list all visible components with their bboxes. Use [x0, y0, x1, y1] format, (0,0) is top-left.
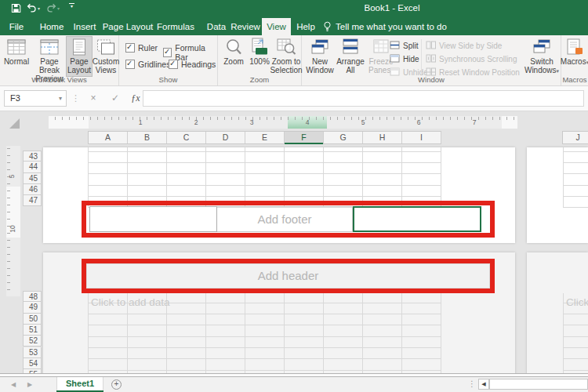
page-layout-view-button[interactable]: Page Layout	[66, 36, 93, 77]
tab-help[interactable]: Help	[293, 18, 318, 35]
view-side-by-side-icon	[426, 41, 436, 51]
undo-caret-icon[interactable]: ▾	[38, 5, 40, 11]
zoom-100-button[interactable]: 100%	[248, 37, 271, 66]
arrange-all-button[interactable]: Arrange All	[336, 37, 365, 74]
formula-input[interactable]	[143, 90, 584, 107]
custom-views-label: Custom Views	[93, 57, 119, 74]
column-header-F[interactable]: F	[285, 132, 324, 143]
new-window-icon	[310, 37, 330, 57]
custom-views-button[interactable]: Custom Views	[94, 37, 118, 74]
new-window-button[interactable]: New Window	[305, 37, 335, 74]
sheet-nav-left-icon[interactable]: ◀	[11, 381, 16, 388]
row-header-53[interactable]: 53	[23, 347, 42, 358]
custom-views-icon	[96, 37, 115, 57]
row-header-43[interactable]: 43	[23, 151, 42, 162]
gridline	[362, 293, 363, 375]
undo-button[interactable]: ▾	[27, 3, 40, 13]
zoom-to-selection-button[interactable]: Zoom to Selection	[271, 37, 301, 74]
row-header-46[interactable]: 46	[23, 184, 42, 195]
tab-file[interactable]: File	[5, 18, 28, 35]
gridline	[88, 336, 441, 337]
normal-view-button[interactable]: Normal	[2, 37, 31, 66]
column-header-J[interactable]: J	[562, 131, 588, 144]
row-header-51[interactable]: 51	[23, 325, 42, 336]
row-header-45[interactable]: 45	[23, 173, 42, 184]
gridline	[284, 147, 285, 207]
tab-view[interactable]: View	[262, 18, 291, 35]
column-header-I[interactable]: I	[402, 132, 441, 143]
column-header-B[interactable]: B	[128, 132, 167, 143]
row-header-49[interactable]: 49	[23, 302, 42, 313]
row-header-54[interactable]: 54	[23, 358, 42, 369]
row-header-48[interactable]: 48	[23, 291, 42, 302]
gridline	[88, 314, 441, 314]
row-header-50[interactable]: 50	[23, 314, 42, 325]
gridline	[88, 173, 441, 174]
scrollbar-grip-icon[interactable]: ⋮	[468, 379, 476, 388]
zoom-button[interactable]: Zoom	[220, 37, 247, 66]
tell-me-box[interactable]: Tell me what you want to do	[323, 18, 447, 35]
cancel-button[interactable]: ×	[85, 90, 102, 107]
column-header-H[interactable]: H	[363, 132, 402, 143]
add-sheet-button[interactable]: +	[111, 379, 122, 390]
column-header-D[interactable]: D	[206, 132, 245, 143]
row-header-52[interactable]: 52	[23, 336, 42, 347]
tab-home[interactable]: Home	[38, 18, 65, 35]
ruler-number: 6	[413, 118, 424, 126]
macros-button[interactable]: Macros	[563, 37, 586, 67]
gridline	[563, 336, 588, 337]
gridline	[563, 370, 588, 371]
tab-review[interactable]: Review	[230, 18, 261, 35]
click-to-add-data-prompt[interactable]: Click to add data	[91, 291, 216, 314]
name-box[interactable]: F3 ▾	[4, 90, 67, 107]
gridline	[284, 293, 285, 375]
column-header-C[interactable]: C	[167, 132, 206, 143]
zoom-to-selection-label: Zoom to Selection	[270, 57, 302, 74]
ruler-number: 4	[302, 118, 313, 126]
switch-windows-button[interactable]: Switch Windows	[523, 37, 561, 75]
split-label: Split	[403, 42, 418, 50]
name-box-caret-icon[interactable]: ▾	[59, 91, 62, 106]
gridline	[401, 293, 402, 375]
tab-data[interactable]: Data	[204, 18, 229, 35]
sheet-tab-sheet1[interactable]: Sheet1	[56, 377, 103, 390]
normal-view-label: Normal	[4, 57, 29, 66]
click-to-add-data-prompt[interactable]: Click to add data	[566, 291, 588, 314]
checkbox-icon[interactable]	[125, 43, 135, 53]
insert-function-button[interactable]: ƒx	[127, 90, 144, 107]
tab-page-layout[interactable]: Page Layout	[102, 18, 154, 35]
formula-bar-grip-icon[interactable]: ⋮	[71, 93, 80, 103]
row-header-47[interactable]: 47	[23, 195, 42, 206]
column-header-E[interactable]: E	[245, 132, 285, 143]
worksheet-page-right-bottom[interactable]: Click to add data	[527, 252, 588, 375]
row-header-44[interactable]: 44	[23, 162, 42, 172]
hide-button[interactable]: Hide	[390, 54, 419, 64]
gridline	[563, 293, 564, 375]
column-header-A[interactable]: A	[89, 132, 128, 143]
add-header-area[interactable]: Add header	[86, 263, 490, 289]
tab-formulas[interactable]: Formulas	[155, 18, 196, 35]
split-button[interactable]: Split	[390, 41, 418, 51]
ruler-corner-icon	[9, 118, 20, 129]
ruler-checkbox[interactable]: Ruler	[125, 43, 158, 53]
sheet-nav-right-icon[interactable]: ▶	[27, 381, 32, 388]
column-header-G[interactable]: G	[324, 132, 363, 143]
tell-me-label: Tell me what you want to do	[336, 22, 447, 31]
worksheet-page-right-top[interactable]	[527, 147, 588, 243]
gridline	[563, 173, 588, 174]
gridline	[88, 185, 441, 186]
gridline	[563, 185, 588, 186]
arrange-all-icon	[341, 37, 360, 57]
save-icon[interactable]	[11, 3, 21, 13]
checkbox-icon[interactable]	[125, 60, 135, 69]
checkbox-icon[interactable]	[169, 60, 178, 69]
enter-button[interactable]: ✓	[107, 90, 124, 107]
gridlines-checkbox[interactable]: Gridlines	[125, 60, 170, 69]
horizontal-scrollbar-track[interactable]	[489, 379, 588, 390]
customize-quick-access-icon[interactable]: ▾	[69, 3, 74, 8]
macros-icon	[565, 37, 584, 57]
checkbox-icon[interactable]	[163, 48, 172, 57]
headings-checkbox[interactable]: Headings	[169, 60, 216, 69]
tab-insert[interactable]: Insert	[71, 18, 99, 35]
scroll-left-button[interactable]: ◀	[478, 379, 489, 390]
